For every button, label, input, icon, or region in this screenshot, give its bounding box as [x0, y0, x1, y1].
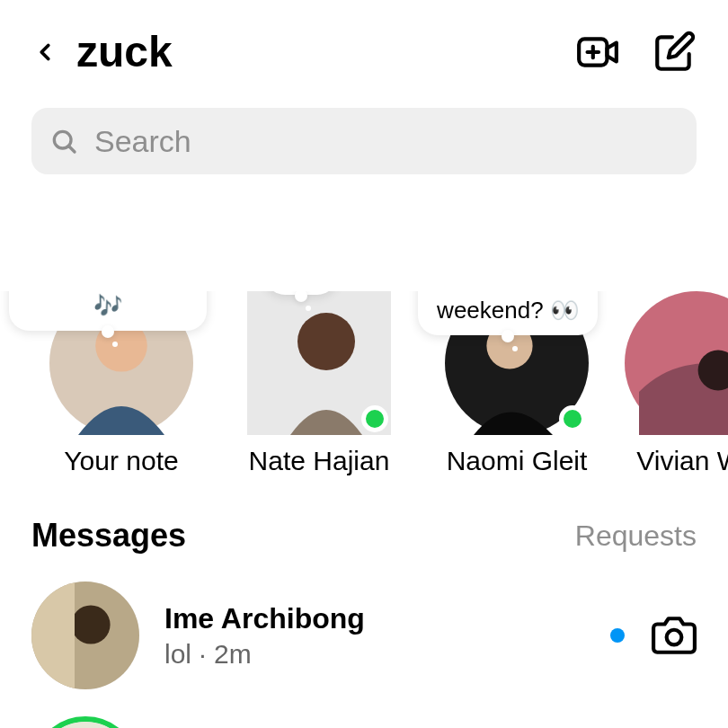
svg-line-4: [69, 146, 75, 152]
avatar[interactable]: [247, 291, 391, 435]
search-placeholder: Search: [94, 124, 191, 159]
requests-link[interactable]: Requests: [575, 519, 697, 553]
search-container: Search: [0, 90, 728, 197]
note-your-note[interactable]: ❘❘❘ Flowers Miley Cyrus Music in Notes 🎶…: [31, 291, 211, 476]
compose-icon[interactable]: [652, 30, 697, 75]
presence-indicator: [559, 405, 586, 432]
notes-row[interactable]: ❘❘❘ Flowers Miley Cyrus Music in Notes 🎶…: [0, 291, 728, 476]
back-icon[interactable]: [31, 39, 58, 66]
svg-rect-15: [31, 582, 75, 689]
svg-point-16: [667, 630, 682, 645]
svg-point-14: [71, 605, 110, 644]
header: zuck: [0, 0, 728, 90]
note-label: Naomi Gleit: [447, 446, 588, 476]
message-preview: lol · 2m: [164, 639, 610, 670]
message-text: Ime Archibong lol · 2m: [164, 602, 610, 670]
avatar[interactable]: [31, 716, 139, 728]
username-title[interactable]: zuck: [76, 27, 544, 76]
camera-icon[interactable]: [652, 613, 697, 658]
presence-indicator: [361, 405, 388, 432]
search-input[interactable]: Search: [31, 108, 697, 174]
svg-point-8: [297, 313, 355, 370]
message-row[interactable]: Ime Archibong lol · 2m: [0, 573, 728, 698]
unread-indicator: [610, 628, 625, 643]
note-label: Vivian Wa: [636, 446, 728, 476]
message-row[interactable]: [0, 698, 728, 728]
note-item[interactable]: 👻 Nate Hajian: [229, 291, 409, 476]
note-bubble[interactable]: ❘❘❘ Flowers Miley Cyrus Music in Notes 🎶: [9, 291, 207, 331]
note-label: Your note: [64, 446, 178, 476]
avatar[interactable]: [31, 582, 139, 689]
avatar[interactable]: [625, 291, 728, 435]
note-bubble[interactable]: Who is going to be in SF this weekend? 👀: [418, 291, 598, 335]
search-icon: [49, 127, 78, 155]
new-video-call-icon[interactable]: [575, 30, 620, 75]
messages-title: Messages: [31, 517, 186, 555]
note-item[interactable]: Vivian Wa: [625, 291, 728, 476]
note-label: Nate Hajian: [249, 446, 390, 476]
messages-header: Messages Requests: [0, 476, 728, 573]
svg-point-17: [37, 722, 134, 728]
message-name: Ime Archibong: [164, 602, 610, 635]
note-item[interactable]: Who is going to be in SF this weekend? 👀…: [427, 291, 607, 476]
